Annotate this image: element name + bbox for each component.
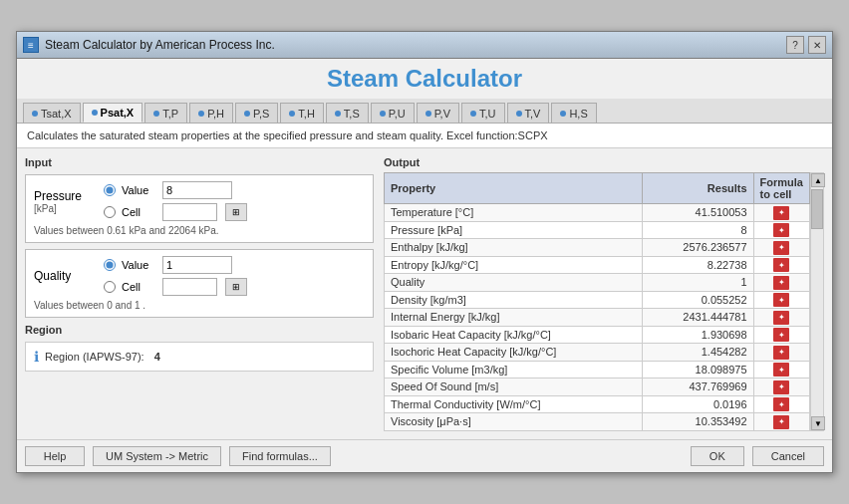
formula-cell[interactable]: ✦ xyxy=(753,256,809,274)
tab-p-v[interactable]: P,V xyxy=(417,103,459,123)
pressure-radio-group: Value Cell ⊞ xyxy=(104,181,247,221)
formula-icon[interactable]: ✦ xyxy=(773,311,789,325)
quality-value-label: Value xyxy=(122,259,156,271)
tab-tsat-x[interactable]: Tsat,X xyxy=(23,103,81,123)
formula-icon[interactable]: ✦ xyxy=(773,415,789,429)
pressure-unit: [kPa] xyxy=(34,203,104,214)
quality-value-radio[interactable] xyxy=(104,259,116,271)
right-panel: Output Property Results Formula to cell … xyxy=(384,156,824,431)
table-row: Isobaric Heat Capacity [kJ/kg/°C]1.93069… xyxy=(385,326,810,344)
formula-cell[interactable]: ✦ xyxy=(753,430,809,431)
tab-t-p[interactable]: T,P xyxy=(144,103,187,123)
bottom-right: OK Cancel xyxy=(691,446,824,466)
help-button[interactable]: ? xyxy=(786,36,804,54)
value-cell: 1.454282 xyxy=(643,344,754,362)
pressure-cell-radio[interactable] xyxy=(104,206,116,218)
region-value: 4 xyxy=(154,351,160,363)
pressure-cell-input[interactable] xyxy=(162,203,217,221)
value-cell: 41.510053 xyxy=(643,204,754,222)
formula-cell[interactable]: ✦ xyxy=(753,204,809,222)
formula-icon[interactable]: ✦ xyxy=(773,346,789,360)
formula-icon[interactable]: ✦ xyxy=(773,363,789,377)
formula-icon[interactable]: ✦ xyxy=(773,276,789,290)
value-cell: 437.769969 xyxy=(643,378,754,396)
results-scrollbar[interactable]: ▲ ▼ xyxy=(810,172,824,431)
formula-cell[interactable]: ✦ xyxy=(753,274,809,292)
quality-cell-input[interactable] xyxy=(162,278,217,296)
formula-cell[interactable]: ✦ xyxy=(753,395,809,413)
formula-cell[interactable]: ✦ xyxy=(753,309,809,327)
um-system-button[interactable]: UM System -> Metric xyxy=(93,446,221,466)
formula-cell[interactable]: ✦ xyxy=(753,344,809,362)
formula-icon[interactable]: ✦ xyxy=(773,223,789,237)
table-row: Thermal Conductivity [W/m/°C]0.0196✦ xyxy=(385,395,810,413)
pressure-hint: Values between 0.61 kPa and 22064 kPa. xyxy=(34,225,365,236)
tab-p-s[interactable]: P,S xyxy=(235,103,278,123)
pressure-group: Pressure [kPa] Value Cell xyxy=(25,174,374,243)
app-title: Steam Calculator xyxy=(27,65,822,93)
tab-t-h[interactable]: T,H xyxy=(280,103,324,123)
formula-icon[interactable]: ✦ xyxy=(773,328,789,342)
table-row: Density [kg/m3]0.055252✦ xyxy=(385,291,810,309)
property-cell: Pressure [kPa] xyxy=(385,221,643,239)
region-box: ℹ Region (IAPWS-97): 4 xyxy=(25,342,374,372)
pressure-cell-button[interactable]: ⊞ xyxy=(225,203,247,221)
tab-t-u[interactable]: T,U xyxy=(461,103,505,123)
formula-cell[interactable]: ✦ xyxy=(753,221,809,239)
tab-p-h[interactable]: P,H xyxy=(189,103,233,123)
tab-h-s[interactable]: H,S xyxy=(551,103,596,123)
region-icon: ℹ xyxy=(34,349,39,365)
property-cell: Isobaric Heat Capacity [kJ/kg/°C] xyxy=(385,326,643,344)
table-row: Enthalpy [kJ/kg]2576.236577✦ xyxy=(385,239,810,257)
formula-icon[interactable]: ✦ xyxy=(773,258,789,272)
quality-cell-radio[interactable] xyxy=(104,281,116,293)
formula-cell[interactable]: ✦ xyxy=(753,413,809,431)
title-bar-left: ≡ Steam Calculator by American Process I… xyxy=(23,37,275,53)
formula-icon[interactable]: ✦ xyxy=(773,397,789,411)
description-text: Calculates the saturated steam propertie… xyxy=(27,129,548,141)
scroll-up-button[interactable]: ▲ xyxy=(811,173,825,187)
tab-p-u[interactable]: P,U xyxy=(371,103,415,123)
quality-radio-group: Value Cell ⊞ xyxy=(104,256,247,296)
value-cell: 8.22738 xyxy=(643,256,754,274)
formula-cell[interactable]: ✦ xyxy=(753,239,809,257)
formula-icon[interactable]: ✦ xyxy=(773,380,789,394)
scroll-down-button[interactable]: ▼ xyxy=(811,416,825,430)
formula-icon[interactable]: ✦ xyxy=(773,241,789,255)
bottom-bar: Help UM System -> Metric Find formulas..… xyxy=(17,439,832,472)
pressure-value-input[interactable] xyxy=(162,181,232,199)
cancel-button[interactable]: Cancel xyxy=(752,446,824,466)
table-row: Speed Of Sound [m/s]437.769969✦ xyxy=(385,378,810,396)
formula-icon[interactable]: ✦ xyxy=(773,206,789,220)
formula-cell[interactable]: ✦ xyxy=(753,361,809,378)
quality-cell-label: Cell xyxy=(122,281,156,293)
formula-cell[interactable]: ✦ xyxy=(753,326,809,344)
window-title: Steam Calculator by American Process Inc… xyxy=(45,38,275,52)
formula-cell[interactable]: ✦ xyxy=(753,291,809,309)
help-button[interactable]: Help xyxy=(25,446,85,466)
tab-psat-x[interactable]: Psat,X xyxy=(83,103,143,123)
close-button[interactable]: ✕ xyxy=(808,36,826,54)
table-row: Isochoric Heat Capacity [kJ/kg/°C]1.4542… xyxy=(385,344,810,362)
tab-t-s[interactable]: T,S xyxy=(326,103,369,123)
value-cell: 2431.444781 xyxy=(643,309,754,327)
ok-button[interactable]: OK xyxy=(691,446,744,466)
table-row: Internal Energy [kJ/kg]2431.444781✦ xyxy=(385,309,810,327)
quality-value-input[interactable] xyxy=(162,256,232,274)
quality-hint: Values between 0 and 1 . xyxy=(34,300,365,311)
property-cell: Enthalpy [kJ/kg] xyxy=(385,239,643,257)
header: Steam Calculator xyxy=(17,59,832,99)
pressure-row: Pressure [kPa] Value Cell xyxy=(34,181,365,221)
table-row: Pressure [kPa]8✦ xyxy=(385,221,810,239)
formula-cell[interactable]: ✦ xyxy=(753,378,809,396)
table-row: Surface Tension [N/m]0.06935✦ xyxy=(385,430,810,431)
quality-cell-button[interactable]: ⊞ xyxy=(225,278,247,296)
tab-t-v[interactable]: T,V xyxy=(507,103,550,123)
formula-icon[interactable]: ✦ xyxy=(773,293,789,307)
main-window: ≡ Steam Calculator by American Process I… xyxy=(16,31,833,473)
pressure-value-radio[interactable] xyxy=(104,184,116,196)
quality-cell-row: Cell ⊞ xyxy=(104,278,247,296)
region-section-label: Region xyxy=(25,324,374,336)
left-panel: Input Pressure [kPa] Value xyxy=(25,156,384,431)
find-formulas-button[interactable]: Find formulas... xyxy=(229,446,331,466)
